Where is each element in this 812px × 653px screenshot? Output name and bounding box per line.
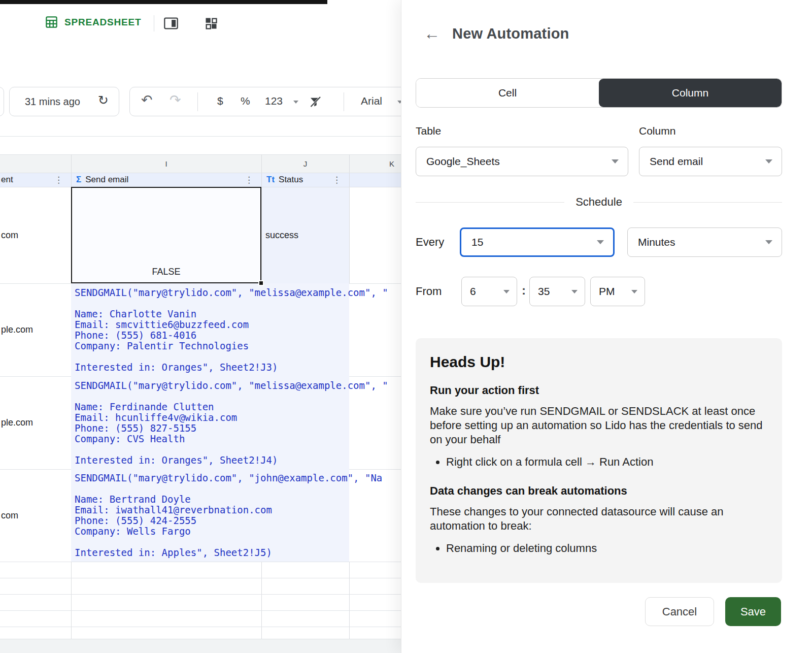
grid-hline bbox=[0, 610, 406, 611]
chevron-down-icon bbox=[597, 240, 604, 244]
column-header-label: Status bbox=[279, 175, 303, 185]
formula-cell[interactable]: SENDGMAIL("mary@trylido.com", "melissa@e… bbox=[71, 283, 349, 376]
text-column-icon: Tt bbox=[266, 175, 275, 185]
toolbar-bottom-divider bbox=[0, 136, 401, 137]
every-value-select[interactable]: 15 bbox=[460, 227, 615, 257]
currency-format-button[interactable]: $ bbox=[217, 95, 223, 106]
column-header-label: ent bbox=[1, 175, 13, 185]
column-select[interactable]: Send email bbox=[639, 147, 782, 176]
table-label: Table bbox=[416, 125, 441, 137]
column-header-partial[interactable]: ent ⋮ bbox=[0, 173, 71, 187]
chevron-down-icon bbox=[765, 240, 772, 244]
column-header-send-email[interactable]: Σ Send email ⋮ bbox=[71, 173, 261, 187]
sheet-footer-strip bbox=[0, 639, 406, 653]
new-automation-panel: ← New Automation Cell Column Table Colum… bbox=[401, 0, 812, 653]
cancel-button[interactable]: Cancel bbox=[645, 597, 714, 626]
column-letter-i[interactable]: I bbox=[71, 154, 261, 173]
heads-up-callout: Heads Up! Run your action first Make sur… bbox=[416, 338, 782, 583]
cell-partial[interactable]: com bbox=[0, 187, 70, 283]
formula-text: SENDGMAIL("mary@trylido.com", "john@exam… bbox=[75, 473, 382, 558]
status-cell[interactable]: success bbox=[265, 187, 347, 283]
chevron-down-icon bbox=[503, 290, 510, 293]
column-header-status[interactable]: Tt Status ⋮ bbox=[261, 173, 349, 187]
divider-line bbox=[633, 202, 782, 203]
cell-text: com bbox=[1, 510, 18, 521]
toolbar-cut-box bbox=[0, 87, 4, 116]
clear-filter-icon[interactable] bbox=[309, 95, 322, 110]
column-header-label: Send email bbox=[85, 175, 128, 185]
grid-hline bbox=[0, 627, 406, 627]
tab-cell[interactable]: Cell bbox=[416, 79, 599, 107]
from-hour-select[interactable]: 6 bbox=[461, 277, 517, 306]
from-minute-value: 35 bbox=[538, 285, 550, 298]
schedule-label: Schedule bbox=[576, 195, 622, 209]
column-select-value: Send email bbox=[650, 155, 703, 168]
column-letter-j[interactable]: J bbox=[261, 154, 349, 173]
spreadsheet-label: SPREADSHEET bbox=[64, 17, 141, 28]
percent-format-button[interactable]: % bbox=[241, 95, 250, 106]
every-value: 15 bbox=[471, 236, 483, 248]
cell-text: ple.com bbox=[1, 417, 33, 428]
chevron-down-icon bbox=[765, 159, 772, 164]
cell-partial[interactable]: ple.com bbox=[0, 376, 70, 469]
formula-cell[interactable]: SENDGMAIL("mary@trylido.com", "melissa@e… bbox=[71, 376, 349, 469]
topbar-divider bbox=[154, 15, 154, 31]
table-select[interactable]: Google_Sheets bbox=[416, 147, 628, 176]
back-icon[interactable]: ← bbox=[424, 25, 440, 42]
fill-handle[interactable] bbox=[258, 280, 264, 286]
from-ampm-value: PM bbox=[599, 285, 615, 298]
target-tabs: Cell Column bbox=[416, 78, 782, 108]
cell-text: ple.com bbox=[1, 324, 33, 335]
bullet-list: Right click on a formula cell → Run Acti… bbox=[446, 455, 768, 469]
spreadsheet-brand: SPREADSHEET bbox=[45, 15, 141, 29]
grid-vline bbox=[261, 562, 262, 639]
formula-text: SENDGMAIL("mary@trylido.com", "melissa@e… bbox=[75, 380, 388, 466]
number-format-chevron-icon bbox=[293, 101, 298, 104]
chevron-down-icon bbox=[631, 290, 637, 293]
formula-column-icon: Σ bbox=[76, 175, 81, 185]
last-sync-label: 31 mins ago bbox=[25, 96, 80, 108]
grid-hline bbox=[0, 578, 406, 578]
cell-partial[interactable]: com bbox=[0, 469, 70, 562]
bullet-item: Renaming or deleting columns bbox=[446, 541, 768, 556]
every-label: Every bbox=[416, 236, 444, 249]
divider-line bbox=[416, 202, 564, 203]
from-hour-value: 6 bbox=[470, 285, 476, 298]
refresh-icon[interactable]: ↻ bbox=[98, 94, 109, 107]
dashboard-view-icon[interactable] bbox=[204, 16, 218, 30]
save-button[interactable]: Save bbox=[725, 597, 781, 626]
window-edge bbox=[0, 0, 327, 4]
time-separator: : bbox=[522, 283, 526, 298]
column-menu-icon[interactable]: ⋮ bbox=[332, 175, 341, 185]
tab-column[interactable]: Column bbox=[599, 79, 782, 107]
cell-text: com bbox=[1, 230, 18, 241]
cell-partial[interactable]: ple.com bbox=[0, 283, 70, 376]
grid-hline bbox=[0, 562, 406, 562]
from-label: From bbox=[416, 285, 442, 298]
column-label: Column bbox=[639, 125, 675, 137]
panel-title: New Automation bbox=[452, 25, 569, 42]
redo-icon[interactable]: ↷ bbox=[170, 93, 181, 107]
format-toolbar: ↶ ↷ $ % 123 Arial bbox=[129, 87, 414, 116]
selected-cell-value: FALSE bbox=[152, 267, 180, 277]
from-minute-select[interactable]: 35 bbox=[529, 277, 585, 306]
from-ampm-select[interactable]: PM bbox=[590, 277, 645, 306]
bullet-item: Right click on a formula cell → Run Acti… bbox=[446, 455, 768, 469]
selected-cell[interactable]: FALSE bbox=[71, 187, 261, 283]
toolbar-divider bbox=[197, 92, 198, 111]
chevron-down-icon bbox=[571, 290, 578, 293]
font-family-select[interactable]: Arial bbox=[361, 95, 382, 106]
formula-cell[interactable]: SENDGMAIL("mary@trylido.com", "john@exam… bbox=[71, 469, 349, 562]
number-format-button[interactable]: 123 bbox=[265, 95, 283, 106]
undo-icon[interactable]: ↶ bbox=[141, 93, 153, 107]
grid-hline bbox=[0, 594, 406, 595]
formula-text: SENDGMAIL("mary@trylido.com", "melissa@e… bbox=[75, 287, 388, 373]
column-menu-icon[interactable]: ⋮ bbox=[245, 175, 253, 185]
cell-text: success bbox=[265, 230, 298, 241]
section-title: Run your action first bbox=[430, 384, 768, 397]
side-panel-view-icon[interactable] bbox=[163, 17, 179, 30]
column-menu-icon[interactable]: ⋮ bbox=[54, 175, 63, 185]
every-unit-select[interactable]: Minutes bbox=[627, 227, 782, 257]
toolbar-divider-2 bbox=[344, 92, 344, 111]
every-unit-value: Minutes bbox=[638, 236, 675, 248]
